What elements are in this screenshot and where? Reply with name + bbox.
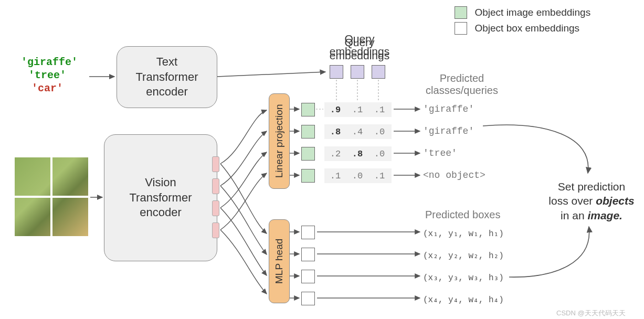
score-3c: .0	[368, 149, 390, 159]
text-encoder-label: Text Transformer encoder	[136, 55, 198, 100]
score-3a: .2	[324, 149, 346, 159]
input-token-giraffe: 'giraffe'	[21, 56, 78, 69]
score-row-1: .9 .1 .1	[324, 102, 392, 117]
score-row-2: .8 .4 .0	[324, 124, 392, 139]
query-emb-2	[351, 65, 364, 79]
pred-class-2: 'giraffe'	[423, 126, 474, 136]
score-row-3: .2 .8 .0	[324, 146, 392, 161]
pred-box-3: (x₃, y₃, w₃, h₃)	[423, 272, 504, 283]
heading-query-word2: embeddings	[312, 45, 407, 58]
vision-encoder-l3: encoder	[130, 205, 192, 220]
image-emb-2	[301, 125, 315, 139]
text-encoder-l2: Transformer	[136, 70, 198, 85]
linear-projection-label: Linear projection	[273, 104, 285, 178]
vision-encoder-l2: Transformer	[130, 190, 192, 206]
heading-query-word1: Query	[312, 33, 407, 45]
linear-projection-block: Linear projection	[269, 93, 290, 189]
heading-pred-classes-l1: Predicted	[417, 72, 506, 84]
svg-line-2	[217, 72, 325, 77]
pred-box-1: (x₁, y₁, w₁, h₁)	[423, 228, 504, 239]
vision-token-1	[212, 156, 219, 172]
legend-swatch-white	[455, 22, 467, 35]
vision-token-4	[212, 222, 219, 238]
text-encoder-l3: encoder	[136, 84, 198, 100]
score-2c: .0	[368, 127, 390, 137]
vision-encoder-label: Vision Transformer encoder	[130, 175, 192, 220]
score-4a: .1	[324, 171, 346, 181]
box-emb-1	[301, 226, 315, 239]
score-2a: .8	[324, 127, 346, 137]
heading-pred-classes: Predicted classes/queries	[417, 72, 506, 97]
legend-label-box-emb: Object box embeddings	[474, 23, 579, 34]
loss-l3b: image.	[587, 209, 622, 221]
pred-class-1: 'giraffe'	[423, 104, 474, 114]
loss-l3: in an image.	[542, 208, 641, 222]
loss-text: Set prediction loss over objects in an i…	[542, 179, 641, 222]
loss-l2a: loss over	[548, 195, 596, 207]
mlp-head-block: MLP head	[269, 219, 290, 303]
text-transformer-encoder: Text Transformer encoder	[117, 46, 217, 108]
box-emb-2	[301, 248, 315, 261]
vision-token-3	[212, 200, 219, 216]
score-3b: .8	[346, 149, 368, 159]
score-4c: .1	[368, 171, 390, 181]
box-emb-4	[301, 292, 315, 305]
pred-box-2: (x₂, y₂, w₂, h₂)	[423, 250, 504, 261]
legend-row-image-emb: Object image embeddings	[455, 6, 590, 19]
loss-l3a: in an	[561, 209, 587, 221]
legend-swatch-green	[455, 6, 467, 19]
mlp-head-label: MLP head	[273, 239, 285, 284]
score-1c: .1	[368, 105, 390, 115]
query-emb-3	[372, 65, 385, 79]
score-2b: .4	[346, 127, 368, 137]
legend-row-box-emb: Object box embeddings	[455, 22, 579, 35]
input-image	[15, 157, 88, 236]
watermark: CSDN @天天代码天天	[556, 309, 626, 318]
vision-token-2	[212, 178, 219, 194]
text-inputs: 'giraffe' 'tree' 'car'	[21, 56, 78, 95]
diagram-stage: Object image embeddings Object box embed…	[0, 0, 644, 319]
vision-encoder-l1: Vision	[130, 175, 192, 190]
image-emb-3	[301, 147, 315, 161]
heading-query-wrap: Query embeddings	[312, 33, 407, 58]
legend-label-image-emb: Object image embeddings	[474, 7, 590, 18]
loss-l2: loss over objects	[542, 194, 641, 208]
image-emb-1	[301, 103, 315, 116]
text-encoder-l1: Text	[136, 55, 198, 70]
input-token-car: 'car'	[21, 82, 78, 95]
heading-pred-boxes: Predicted boxes	[425, 209, 514, 221]
input-token-tree: 'tree'	[21, 69, 78, 82]
query-emb-1	[330, 65, 343, 79]
vision-transformer-encoder: Vision Transformer encoder	[104, 134, 217, 261]
score-4b: .0	[346, 171, 368, 181]
heading-pred-classes-l2: classes/queries	[417, 84, 506, 97]
score-1a: .9	[324, 105, 346, 115]
image-emb-4	[301, 169, 315, 183]
loss-l1: Set prediction	[542, 179, 641, 194]
loss-l2b: objects	[596, 195, 635, 207]
score-1b: .1	[346, 105, 368, 115]
pred-box-4: (x₄, y₄, w₄, h₄)	[423, 294, 504, 305]
box-emb-3	[301, 270, 315, 283]
pred-class-4: <no object>	[423, 170, 485, 180]
score-row-4: .1 .0 .1	[324, 168, 392, 183]
pred-class-3: 'tree'	[423, 148, 457, 158]
